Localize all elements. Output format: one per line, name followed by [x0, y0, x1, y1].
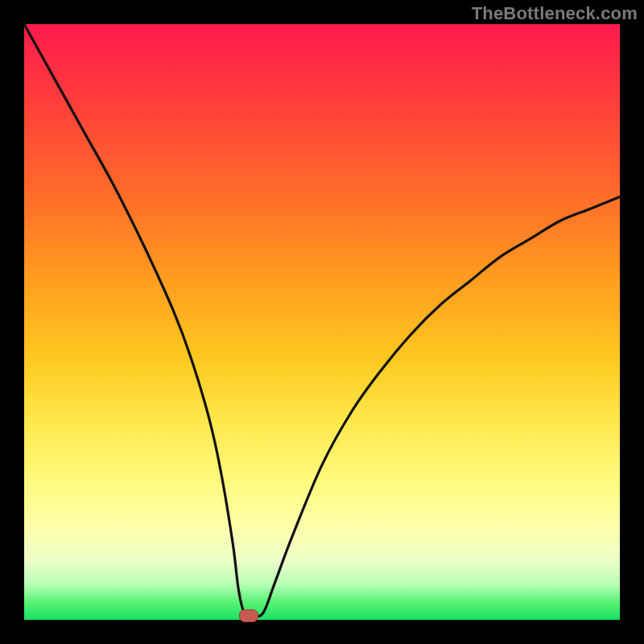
- chart-frame: TheBottleneck.com: [0, 0, 644, 644]
- optimal-point-marker: [239, 609, 258, 622]
- bottleneck-curve: [24, 24, 620, 620]
- plot-area: [24, 24, 620, 620]
- watermark-text: TheBottleneck.com: [472, 3, 638, 24]
